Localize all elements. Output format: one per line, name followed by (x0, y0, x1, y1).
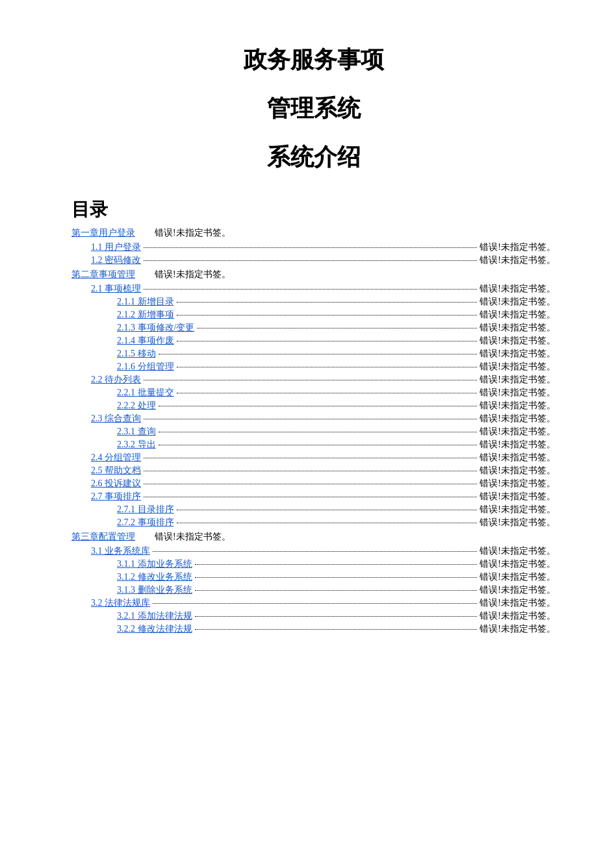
toc-label-num-2.2: 2.2 待办列表 (91, 374, 141, 386)
toc-label-num-1.1: 1.1 用户登录 (91, 242, 141, 253)
toc-label-num-2.2.1: 2.2.1 批量提交 (117, 387, 174, 399)
toc-link-2.1[interactable]: 2.1 事项梳理 (91, 284, 141, 293)
toc-row-2.2.1: 2.2.1 批量提交错误!未指定书签。 (71, 387, 556, 399)
toc-link-2.1.5[interactable]: 2.1.5 移动 (117, 349, 156, 358)
chapter-link-ch3[interactable]: 第三章配置管理 (71, 532, 135, 541)
toc-link-3.1[interactable]: 3.1 业务系统库 (91, 546, 150, 556)
toc-row-3.1.3: 3.1.3 删除业务系统错误!未指定书签。 (71, 584, 556, 596)
toc-dots-2.2.2 (159, 406, 478, 406)
toc-row-2.1.5: 2.1.5 移动错误!未指定书签。 (71, 348, 556, 360)
toc-link-2.1.4[interactable]: 2.1.4 事项作废 (117, 336, 174, 345)
toc-link-3.2.2[interactable]: 3.2.2 修改法律法规 (117, 624, 192, 634)
toc-label-num-2.1.6: 2.1.6 分组管理 (117, 361, 174, 373)
toc-error-2.5: 错误!未指定书签。 (480, 465, 556, 477)
toc-label-num-3.2: 3.2 法律法规库 (91, 597, 150, 609)
title-line1: 政务服务事项 (71, 39, 556, 81)
toc-dots-2.1.6 (177, 367, 478, 367)
toc-row-2.2: 2.2 待办列表错误!未指定书签。 (71, 374, 556, 386)
toc-link-2.3[interactable]: 2.3 综合查询 (91, 414, 141, 423)
toc-row-ch1: 第一章用户登录错误!未指定书签。 (71, 227, 556, 239)
toc-dots-2.7.2 (177, 523, 478, 523)
toc-link-2.5[interactable]: 2.5 帮助文档 (91, 465, 141, 475)
toc-dots-2.7.1 (177, 510, 478, 510)
toc-label-num-2.7.2: 2.7.2 事项排序 (117, 517, 174, 528)
toc-error-2.7.1: 错误!未指定书签。 (480, 504, 556, 515)
chapter-error-ch3: 错误!未指定书签。 (155, 531, 231, 543)
chapter-label-ch1: 第一章用户登录 (71, 227, 135, 239)
toc-link-2.2[interactable]: 2.2 待办列表 (91, 375, 141, 384)
chapter-label-ch2: 第二章事项管理 (71, 269, 135, 280)
toc-dots-2.1.2 (177, 315, 478, 316)
toc-error-2.1.5: 错误!未指定书签。 (480, 348, 556, 360)
toc-label-num-2.1.3: 2.1.3 事项修改/变更 (117, 322, 194, 334)
toc-link-3.2[interactable]: 3.2 法律法规库 (91, 598, 150, 608)
toc-link-3.2.1[interactable]: 3.2.1 添加法律法规 (117, 611, 192, 621)
toc-label-num-2.1.2: 2.1.2 新增事项 (117, 309, 174, 321)
toc-dots-3.1.3 (195, 590, 478, 591)
toc-dots-1.1 (144, 247, 477, 248)
toc-label-num-2.7: 2.7 事项排序 (91, 491, 141, 502)
toc-row-ch2: 第二章事项管理错误!未指定书签。 (71, 269, 556, 280)
toc-label-num-3.2.1: 3.2.1 添加法律法规 (117, 610, 192, 622)
toc-link-2.7[interactable]: 2.7 事项排序 (91, 491, 141, 501)
chapter-error-ch1: 错误!未指定书签。 (155, 227, 231, 239)
toc-error-2.1: 错误!未指定书签。 (480, 283, 556, 295)
toc-link-2.3.2[interactable]: 2.3.2 导出 (117, 440, 156, 449)
toc-row-2.1.1: 2.1.1 新增目录错误!未指定书签。 (71, 296, 556, 308)
toc-row-2.1.4: 2.1.4 事项作废错误!未指定书签。 (71, 335, 556, 347)
toc-link-2.1.2[interactable]: 2.1.2 新增事项 (117, 310, 174, 319)
toc-dots-2.1.1 (177, 302, 478, 303)
chapter-link-ch1[interactable]: 第一章用户登录 (71, 228, 135, 238)
toc-error-2.3.2: 错误!未指定书签。 (480, 439, 556, 451)
toc-link-1.2[interactable]: 1.2 密码修改 (91, 255, 141, 265)
toc-dots-2.7 (144, 497, 477, 497)
toc-error-2.7.2: 错误!未指定书签。 (480, 517, 556, 528)
toc-label-num-2.3: 2.3 综合查询 (91, 413, 141, 425)
toc-row-3.2.2: 3.2.2 修改法律法规错误!未指定书签。 (71, 623, 556, 635)
toc-error-2.2.1: 错误!未指定书签。 (480, 387, 556, 399)
toc-dots-2.1 (144, 289, 477, 290)
toc-link-1.1[interactable]: 1.1 用户登录 (91, 242, 141, 252)
title-line3: 系统介绍 (71, 136, 556, 179)
chapter-link-ch2[interactable]: 第二章事项管理 (71, 269, 135, 279)
toc-section: 第一章用户登录错误!未指定书签。1.1 用户登录错误!未指定书签。1.2 密码修… (71, 227, 556, 635)
toc-dots-2.4 (144, 458, 477, 458)
toc-link-2.3.1[interactable]: 2.3.1 查询 (117, 427, 156, 436)
toc-dots-3.1.2 (195, 577, 478, 578)
toc-link-2.6[interactable]: 2.6 投诉建议 (91, 478, 141, 488)
toc-dots-2.1.4 (177, 341, 478, 341)
toc-dots-2.3 (144, 419, 477, 419)
toc-row-3.1: 3.1 业务系统库错误!未指定书签。 (71, 545, 556, 557)
toc-error-3.1: 错误!未指定书签。 (480, 545, 556, 557)
toc-link-2.7.2[interactable]: 2.7.2 事项排序 (117, 517, 174, 527)
toc-row-2.3: 2.3 综合查询错误!未指定书签。 (71, 413, 556, 425)
toc-dots-2.3.1 (159, 432, 478, 432)
toc-link-2.2.1[interactable]: 2.2.1 批量提交 (117, 388, 174, 397)
toc-link-3.1.1[interactable]: 3.1.1 添加业务系统 (117, 559, 192, 569)
toc-label-num-2.3.1: 2.3.1 查询 (117, 426, 156, 438)
toc-error-2.2.2: 错误!未指定书签。 (480, 400, 556, 412)
toc-error-2.1.2: 错误!未指定书签。 (480, 309, 556, 321)
toc-link-3.1.3[interactable]: 3.1.3 删除业务系统 (117, 585, 192, 595)
toc-dots-2.2 (144, 380, 477, 380)
toc-label-num-3.1.2: 3.1.2 修改业务系统 (117, 571, 192, 583)
toc-label-num-2.1.4: 2.1.4 事项作废 (117, 335, 174, 347)
toc-error-2.1.4: 错误!未指定书签。 (480, 335, 556, 347)
chapter-label-ch3: 第三章配置管理 (71, 531, 135, 543)
toc-label-num-2.2.2: 2.2.2 处理 (117, 400, 156, 412)
toc-dots-2.6 (144, 484, 477, 484)
toc-link-2.1.6[interactable]: 2.1.6 分组管理 (117, 362, 174, 371)
toc-row-ch3: 第三章配置管理错误!未指定书签。 (71, 531, 556, 543)
toc-label-num-3.2.2: 3.2.2 修改法律法规 (117, 623, 192, 635)
toc-link-2.7.1[interactable]: 2.7.1 目录排序 (117, 504, 174, 514)
toc-row-2.5: 2.5 帮助文档错误!未指定书签。 (71, 465, 556, 477)
toc-label-num-2.3.2: 2.3.2 导出 (117, 439, 156, 451)
toc-row-2.6: 2.6 投诉建议错误!未指定书签。 (71, 478, 556, 490)
toc-link-2.4[interactable]: 2.4 分组管理 (91, 453, 141, 462)
toc-link-2.2.2[interactable]: 2.2.2 处理 (117, 401, 156, 410)
toc-row-2.7.1: 2.7.1 目录排序错误!未指定书签。 (71, 504, 556, 515)
toc-link-3.1.2[interactable]: 3.1.2 修改业务系统 (117, 572, 192, 582)
toc-link-2.1.3[interactable]: 2.1.3 事项修改/变更 (117, 323, 194, 332)
toc-link-2.1.1[interactable]: 2.1.1 新增目录 (117, 297, 174, 306)
toc-dots-3.2.1 (195, 616, 478, 617)
